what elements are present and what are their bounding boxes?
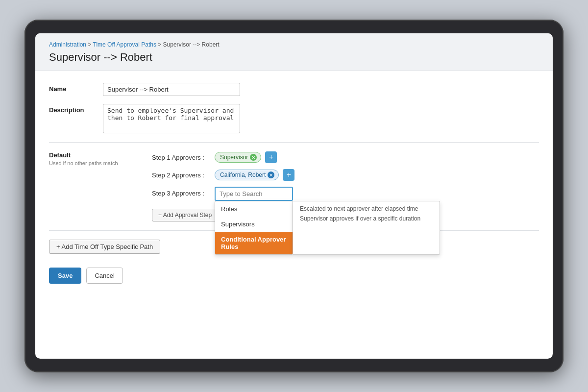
divider — [49, 142, 539, 143]
save-button[interactable]: Save — [49, 268, 81, 284]
breadcrumb: Administration > Time Off Approval Paths… — [49, 41, 539, 48]
action-buttons: Save Cancel — [49, 268, 539, 284]
approvers-block: Step 1 Approvers : Supervisor ✕ + Step 2… — [152, 151, 539, 221]
step3-search-input[interactable] — [215, 187, 293, 201]
step3-search-container: Roles Supervisors Conditional Approver R… — [215, 187, 293, 201]
dropdown-item-supervisors[interactable]: Supervisors — [215, 217, 293, 232]
dropdown-wrapper: Roles Supervisors Conditional Approver R… — [215, 201, 440, 255]
description-input[interactable]: Send to employee's Supervisor and then t… — [103, 104, 240, 133]
dropdown-hint2: Supervisor approves if over a specific d… — [300, 215, 433, 222]
content-area: Name Description Send to employee's Supe… — [35, 71, 553, 359]
dropdown-hint1: Escalated to next approver after elapsed… — [300, 205, 433, 212]
step1-remove-icon[interactable]: ✕ — [250, 154, 257, 161]
name-input[interactable] — [103, 83, 240, 96]
page-header: Administration > Time Off Approval Paths… — [35, 33, 553, 71]
breadcrumb-sep2: > — [158, 41, 163, 48]
step3-label: Step 3 Approvers : — [152, 187, 211, 197]
device-frame: Administration > Time Off Approval Paths… — [24, 20, 564, 372]
page-title: Supervisor --> Robert — [49, 51, 539, 64]
cancel-button[interactable]: Cancel — [86, 268, 122, 284]
step2-label: Step 2 Approvers : — [152, 172, 211, 179]
section-title: Default — [49, 151, 132, 159]
dropdown-item-roles[interactable]: Roles — [215, 201, 293, 217]
step2-row: Step 2 Approvers : California, Robert ✕ … — [152, 169, 539, 181]
step2-tag-text: California, Robert — [220, 172, 266, 178]
dropdown-hints: Escalated to next approver after elapsed… — [293, 201, 440, 255]
step2-tag: California, Robert ✕ — [215, 170, 279, 180]
step1-add-button[interactable]: + — [265, 151, 277, 163]
step1-tag-text: Supervisor — [220, 154, 248, 161]
step2-remove-icon[interactable]: ✕ — [268, 172, 274, 178]
step3-row: Step 3 Approvers : Roles Supervisors Con… — [152, 187, 539, 201]
breadcrumb-current: Supervisor --> Robert — [163, 41, 220, 48]
description-label: Description — [49, 104, 103, 114]
section-label-block: Default Used if no other paths match — [49, 151, 132, 166]
breadcrumb-sep1: > — [88, 41, 93, 48]
step2-add-button[interactable]: + — [283, 169, 294, 181]
default-section: Default Used if no other paths match Ste… — [49, 151, 539, 221]
breadcrumb-timeoff[interactable]: Time Off Approval Paths — [93, 41, 156, 48]
dropdown-list: Roles Supervisors Conditional Approver R… — [215, 201, 293, 255]
step1-row: Step 1 Approvers : Supervisor ✕ + — [152, 151, 539, 163]
add-time-off-path-button[interactable]: + Add Time Off Type Specific Path — [49, 240, 160, 254]
add-approval-step-button[interactable]: + Add Approval Step — [152, 209, 218, 221]
name-field-group: Name — [49, 83, 539, 96]
step1-tag: Supervisor ✕ — [215, 152, 261, 163]
screen: Administration > Time Off Approval Paths… — [35, 33, 553, 359]
dropdown-item-conditional[interactable]: Conditional Approver Rules — [215, 232, 293, 254]
name-label: Name — [49, 83, 103, 93]
description-field-group: Description Send to employee's Superviso… — [49, 104, 539, 133]
section-subtitle: Used if no other paths match — [49, 160, 132, 166]
step1-label: Step 1 Approvers : — [152, 154, 211, 161]
breadcrumb-admin[interactable]: Administration — [49, 41, 86, 48]
